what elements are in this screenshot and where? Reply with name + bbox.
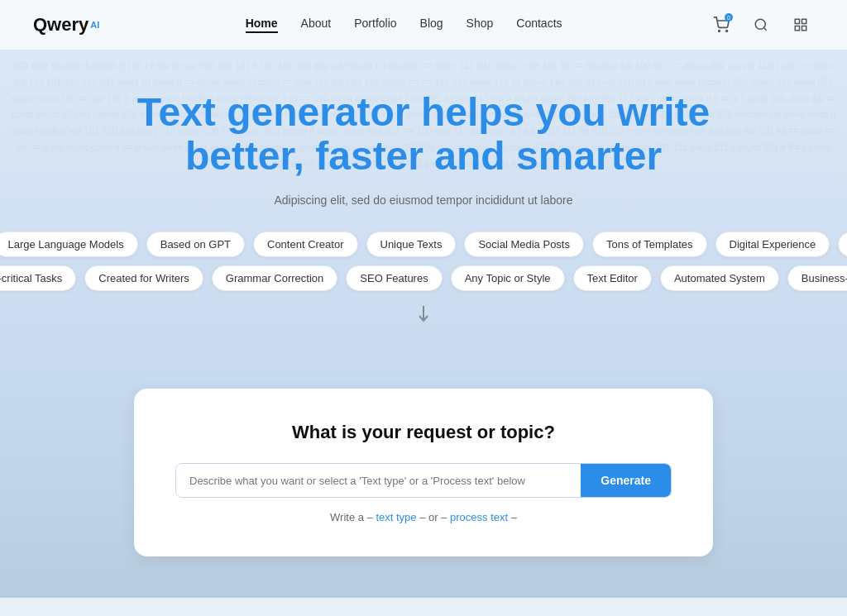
tags-container: Experience Large Language Models Based o…: [33, 232, 814, 291]
logo-ai: AI: [90, 20, 99, 30]
svg-rect-4: [802, 19, 806, 23]
hero-subtext: Adipiscing elit, sed do eiusmod tempor i…: [33, 193, 814, 207]
nav-blog[interactable]: Blog: [420, 17, 443, 33]
hero-headline-1: Text generator helps you write: [33, 91, 814, 135]
tag-writers: Created for Writers: [84, 265, 203, 291]
hint-link-text-type[interactable]: text type: [376, 511, 416, 523]
scroll-arrow: [33, 306, 814, 322]
hero-headline-2: better, faster and smarter: [33, 135, 814, 179]
grid-icon[interactable]: [787, 12, 814, 38]
svg-point-1: [726, 31, 728, 32]
tag-grammar: Grammar Correction: [212, 265, 337, 291]
cart-icon[interactable]: 0: [708, 12, 735, 38]
hint-suffix: –: [511, 511, 517, 523]
tag-automated: Automated System: [660, 265, 779, 291]
hint-prefix: Write a –: [330, 511, 376, 523]
hero-headline: Text generator helps you write better, f…: [33, 91, 814, 179]
svg-rect-6: [802, 26, 806, 31]
generate-button[interactable]: Generate: [581, 464, 671, 497]
tag-editor: Text Editor: [573, 265, 652, 291]
logo-text: Qwery: [33, 14, 89, 36]
tag-templates: Tons of Templates: [592, 232, 707, 257]
search-icon[interactable]: [748, 12, 774, 38]
nav-contacts[interactable]: Contacts: [516, 17, 562, 33]
nav-portfolio[interactable]: Portfolio: [354, 17, 396, 33]
generate-card: What is your request or topic? Generate …: [134, 389, 713, 556]
bottom-section: CORPORATE SERVICE: [0, 598, 847, 616]
tag-business-2: Business-critical Tasks: [787, 265, 847, 291]
generate-hint: Write a – text type – or – process text …: [175, 511, 672, 523]
svg-rect-5: [795, 26, 799, 31]
generate-section: What is your request or topic? Generate …: [0, 372, 847, 598]
tag-large: Large: [838, 232, 847, 257]
hint-link-process-text[interactable]: process text: [450, 511, 508, 523]
tag-unique: Unique Texts: [366, 232, 457, 257]
nav-home[interactable]: Home: [246, 17, 278, 33]
tag-social: Social Media Posts: [464, 232, 584, 257]
tag-content-creator: Content Creator: [253, 232, 358, 257]
cart-badge: 0: [725, 13, 733, 21]
nav-shop[interactable]: Shop: [467, 17, 494, 33]
tag-business-tasks: Business-critical Tasks: [0, 265, 76, 291]
logo: QweryAI: [33, 14, 99, 36]
tag-llm: Large Language Models: [0, 232, 138, 257]
generate-title: What is your request or topic?: [175, 422, 672, 443]
generate-input-row: Generate: [175, 463, 672, 498]
main-nav: Home About Portfolio Blog Shop Contacts: [246, 17, 562, 33]
tags-row-1: Experience Large Language Models Based o…: [0, 232, 814, 257]
svg-point-2: [755, 19, 765, 29]
nav-about[interactable]: About: [301, 17, 332, 33]
tag-digital: Digital Experience: [715, 232, 830, 257]
tag-gpt: Based on GPT: [146, 232, 245, 257]
svg-point-0: [719, 31, 720, 32]
hero-section: 001 else function function || 110 } if v…: [0, 50, 847, 372]
hint-middle: – or –: [419, 511, 450, 523]
header-icons: 0: [708, 12, 814, 38]
svg-rect-3: [795, 19, 799, 23]
header: QweryAI Home About Portfolio Blog Shop C…: [0, 0, 847, 50]
tags-row-2: Business-critical Tasks Created for Writ…: [50, 265, 814, 291]
generate-input[interactable]: [176, 464, 581, 497]
tag-seo: SEO Features: [346, 265, 442, 291]
tag-topic: Any Topic or Style: [451, 265, 565, 291]
